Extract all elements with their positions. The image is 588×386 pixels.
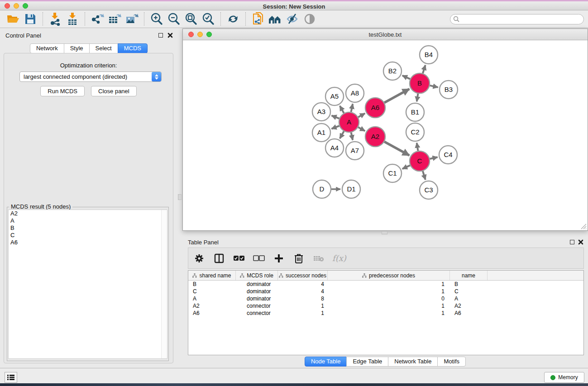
open-file-icon[interactable] bbox=[5, 11, 22, 27]
edge-C-C4[interactable] bbox=[430, 157, 437, 159]
graph-node-b[interactable]: B bbox=[410, 73, 430, 93]
cell[interactable]: A6 bbox=[188, 310, 236, 317]
graph-node-c1[interactable]: C1 bbox=[383, 164, 402, 182]
edge-A-A5[interactable] bbox=[340, 106, 344, 113]
graph-node-b2[interactable]: B2 bbox=[383, 62, 402, 80]
function-builder-icon[interactable]: f(x) bbox=[332, 253, 346, 263]
cell[interactable]: 4 bbox=[278, 281, 328, 288]
cell[interactable]: 1 bbox=[328, 288, 450, 295]
cell[interactable]: 4 bbox=[278, 288, 328, 295]
result-item-a2[interactable]: A2 bbox=[9, 210, 167, 217]
graph-node-a[interactable]: A bbox=[339, 112, 359, 132]
cell[interactable]: A bbox=[450, 295, 488, 302]
result-list-scrollbar[interactable] bbox=[161, 210, 167, 358]
graph-node-a3[interactable]: A3 bbox=[312, 103, 330, 121]
cell[interactable]: 1 bbox=[328, 302, 450, 310]
column-header-MCDS-role[interactable]: MCDS role bbox=[236, 271, 278, 280]
import-table-icon[interactable] bbox=[64, 11, 81, 27]
first-neighbors-icon[interactable] bbox=[267, 11, 284, 27]
run-mcds-button[interactable]: Run MCDS bbox=[40, 86, 85, 96]
cell[interactable]: A bbox=[188, 295, 236, 302]
edge-C-C1[interactable] bbox=[402, 165, 410, 169]
close-panel-icon[interactable] bbox=[578, 239, 583, 245]
cell[interactable]: 1 bbox=[328, 310, 450, 317]
table-row-a2[interactable]: A2connector11A2 bbox=[188, 302, 583, 310]
create-column-icon[interactable] bbox=[272, 252, 285, 265]
cell[interactable]: A2 bbox=[188, 302, 236, 310]
apply-layout-icon[interactable] bbox=[225, 11, 242, 27]
optimization-criterion-select[interactable]: largest connected component (directed) bbox=[19, 71, 162, 82]
network-window-titlebar[interactable]: testGlobe.txt bbox=[183, 29, 588, 40]
destroy-table-icon[interactable] bbox=[312, 252, 325, 265]
export-table-icon[interactable] bbox=[106, 11, 123, 27]
edge-A-A4[interactable] bbox=[340, 131, 344, 138]
edge-C-C2[interactable] bbox=[417, 143, 418, 151]
vertical-splitter-grip[interactable] bbox=[178, 194, 182, 200]
result-item-a[interactable]: A bbox=[9, 217, 167, 224]
table-row-a6[interactable]: A6connector11A6 bbox=[188, 310, 583, 317]
column-header-successor-nodes[interactable]: successor nodes bbox=[278, 271, 328, 280]
search-input[interactable] bbox=[450, 14, 584, 24]
zoom-in-icon[interactable] bbox=[148, 11, 165, 27]
show-all-icon[interactable] bbox=[301, 11, 318, 27]
tab-network[interactable]: Network bbox=[30, 43, 64, 53]
table-row-b[interactable]: Bdominator41B bbox=[188, 281, 583, 288]
tab-select[interactable]: Select bbox=[89, 43, 118, 53]
edge-B-B2[interactable] bbox=[402, 76, 410, 79]
edge-A-A3[interactable] bbox=[331, 115, 339, 118]
result-item-b[interactable]: B bbox=[9, 224, 167, 232]
table-row-a[interactable]: Adominator80A bbox=[188, 295, 583, 302]
zoom-fit-icon[interactable] bbox=[182, 11, 200, 27]
graph-node-c2[interactable]: C2 bbox=[406, 123, 424, 141]
result-item-c[interactable]: C bbox=[9, 232, 167, 239]
import-network-icon[interactable] bbox=[47, 11, 64, 27]
graph-node-a7[interactable]: A7 bbox=[346, 142, 364, 160]
window-resize-grip[interactable] bbox=[581, 224, 587, 229]
graph-node-a6[interactable]: A6 bbox=[365, 98, 385, 118]
cell[interactable]: C bbox=[188, 288, 236, 295]
graph-node-b4[interactable]: B4 bbox=[420, 46, 438, 64]
graph-node-d1[interactable]: D1 bbox=[342, 180, 360, 198]
graph-node-c[interactable]: C bbox=[410, 151, 430, 171]
table-options-icon[interactable] bbox=[193, 252, 206, 265]
edge-A-A6[interactable] bbox=[358, 114, 365, 117]
cell[interactable]: 1 bbox=[278, 310, 328, 317]
zoom-selected-icon[interactable] bbox=[200, 11, 217, 27]
cell[interactable]: dominator bbox=[236, 288, 278, 295]
unselect-all-columns-icon[interactable] bbox=[253, 252, 265, 265]
tab-mcds[interactable]: MCDS bbox=[118, 43, 148, 53]
column-header-shared-name[interactable]: shared name bbox=[188, 271, 236, 280]
close-panel-icon[interactable] bbox=[167, 33, 173, 38]
close-panel-button[interactable]: Close panel bbox=[91, 86, 137, 96]
delete-columns-icon[interactable] bbox=[292, 252, 305, 265]
edge-B-B4[interactable] bbox=[423, 65, 425, 73]
graph-node-c3[interactable]: C3 bbox=[420, 181, 438, 199]
split-panel-icon[interactable] bbox=[213, 252, 225, 265]
edge-A-A2[interactable] bbox=[358, 127, 365, 131]
graph-node-a1[interactable]: A1 bbox=[312, 124, 330, 142]
edge-A-A1[interactable] bbox=[331, 126, 339, 129]
hide-selection-icon[interactable] bbox=[284, 11, 301, 27]
tab-motifs[interactable]: Motifs bbox=[437, 357, 466, 367]
cell[interactable]: 0 bbox=[328, 295, 450, 302]
float-panel-icon[interactable] bbox=[158, 33, 163, 38]
cell[interactable]: 1 bbox=[328, 281, 450, 288]
export-image-icon[interactable] bbox=[123, 11, 140, 27]
graph-node-d[interactable]: D bbox=[313, 180, 331, 198]
export-network-icon[interactable] bbox=[89, 11, 106, 27]
column-header-name[interactable]: name bbox=[450, 271, 488, 280]
edge-A6-B[interactable] bbox=[384, 89, 409, 103]
cell[interactable]: B bbox=[188, 281, 236, 288]
cell[interactable]: connector bbox=[236, 310, 278, 317]
tab-style[interactable]: Style bbox=[64, 43, 90, 53]
cell[interactable]: A2 bbox=[450, 302, 488, 310]
float-panel-icon[interactable] bbox=[570, 240, 574, 244]
edge-A2-C[interactable] bbox=[384, 142, 409, 155]
edge-B-B1[interactable] bbox=[417, 94, 418, 102]
cell[interactable]: 8 bbox=[278, 295, 328, 302]
graph-node-b3[interactable]: B3 bbox=[440, 81, 458, 99]
network-from-selection-icon[interactable] bbox=[249, 11, 267, 27]
save-session-icon[interactable] bbox=[22, 11, 39, 27]
cell[interactable]: A6 bbox=[450, 310, 488, 317]
edge-C-C3[interactable] bbox=[423, 171, 425, 180]
